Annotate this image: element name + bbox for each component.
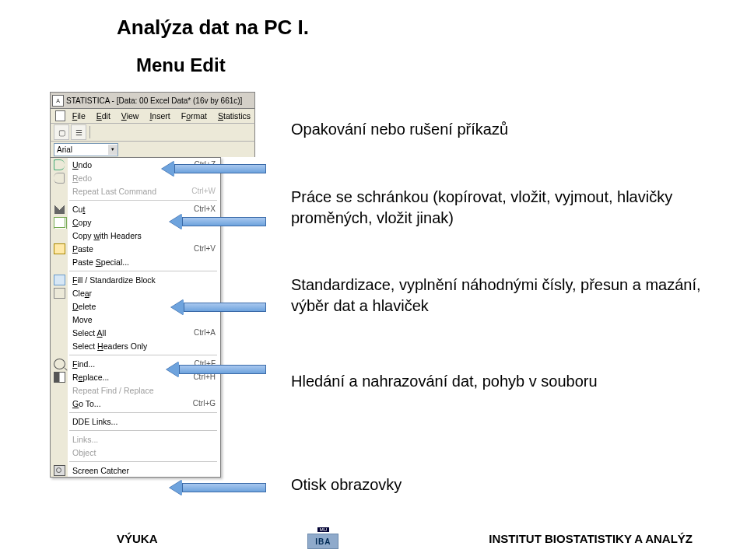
statistica-window: A STATISTICA - [Data: 00 Excel Data* (16… [50,92,255,478]
menu-item-move[interactable]: Move [51,313,220,326]
menu-item-fill-standardize-block[interactable]: Fill / Standardize Block [51,273,220,286]
redo-icon [51,171,68,184]
blank-icon [51,255,68,268]
menu-item-select-all[interactable]: Select AllCtrl+A [51,326,220,339]
menu-item-shortcut: Ctrl+A [194,328,216,337]
repl-icon [51,370,68,383]
annotation-undo-redo: Opakování nebo rušení příkazů [291,119,696,140]
cam-icon [51,464,68,477]
menu-item-shortcut: Ctrl+V [194,244,216,253]
menu-item-repeat-find-replace: Repeat Find / Replace [51,383,220,397]
annotation-find: Hledání a nahrazování dat, pohyb v soubo… [291,371,711,392]
slide-subtitle: Menu Edit [136,54,226,76]
menu-item-label: Cut [68,205,194,214]
blank-icon [51,397,68,410]
menu-item-links: Links... [51,432,220,446]
clear-icon [51,286,68,299]
blank-icon [51,432,68,446]
menu-item-label: Go To... [68,399,193,408]
menu-item-paste-special[interactable]: Paste Special... [51,255,220,268]
window-title: STATISTICA - [Data: 00 Excel Data* (16v … [66,96,242,105]
blank-icon [51,326,68,339]
menu-item-copy-with-headers[interactable]: Copy with Headers [51,229,220,242]
menu-item-repeat-last-command: Repeat Last CommandCtrl+W [51,184,220,198]
menu-item-label: Links... [68,435,216,444]
menu-edit[interactable]: Edit [93,110,114,121]
menu-item-screen-catcher[interactable]: Screen Catcher [51,464,220,477]
menu-item-select-headers-only[interactable]: Select Headers Only [51,339,220,352]
annotation-clipboard: Práce se schránkou (kopírovat, vložit, v… [291,187,696,229]
menu-item-label: Redo [68,173,216,183]
font-selector[interactable]: Arial ▾ [54,143,118,156]
annotation-standardize: Standardizace, vyplnění náhodnými čísly,… [291,275,727,317]
menu-item-shortcut: Ctrl+W [191,187,216,195]
tool-new-icon[interactable]: ▢ [54,124,69,140]
menu-format[interactable]: Format [177,110,211,121]
cut-icon [51,202,68,215]
app-icon: A [52,95,64,107]
arrow-1 [162,163,266,174]
menu-view[interactable]: View [117,110,143,121]
arrow-2 [170,216,266,227]
menu-item-cut[interactable]: CutCtrl+X [51,202,220,215]
menu-item-label: DDE Links... [68,417,216,426]
menu-statistics[interactable]: Statistics [214,110,254,121]
blank-icon [51,339,68,352]
menu-item-label: Select All [68,328,194,338]
blank-icon [51,299,68,313]
menu-item-label: Repeat Last Command [68,187,191,196]
menubar: File Edit View Insert Format Statistics [50,109,255,124]
slide-title: Analýza dat na PC I. [117,16,309,40]
menu-item-label: Move [68,315,216,324]
menu-item-label: Select Headers Only [68,341,216,351]
menu-item-go-to[interactable]: Go To...Ctrl+G [51,397,220,410]
font-selector-value: Arial [57,145,72,154]
blank-icon [51,415,68,428]
footer-logo: MU IBA [307,527,338,549]
blank-icon [51,446,68,459]
toolbar-separator [89,126,90,138]
footer-logo-mid: IBA [307,534,338,549]
arrow-4 [167,364,266,375]
blank-icon [51,313,68,326]
blank-icon [51,184,68,198]
menu-item-label: Object [68,448,216,457]
footer-right: INSTITUT BIOSTATISTIKY A ANALÝZ [489,532,693,545]
copy-icon [51,215,68,229]
menu-item-label: Fill / Standardize Block [68,275,216,285]
blank-icon [51,229,68,242]
undo-icon [51,158,68,171]
menu-item-label: Paste Special... [68,257,216,267]
doc-icon [55,110,65,121]
menu-file[interactable]: File [68,110,89,121]
footer: VÝUKA MU IBA INSTITUT BIOSTATISTIKY A AN… [0,527,747,549]
titlebar: A STATISTICA - [Data: 00 Excel Data* (16… [50,92,255,109]
footer-logo-top: MU [317,527,329,532]
menu-item-object: Object [51,446,220,459]
annotation-screen: Otisk obrazovky [291,474,696,495]
font-row: Arial ▾ [50,142,255,157]
menu-insert[interactable]: Insert [146,110,174,121]
arrow-5 [170,482,266,493]
toolbar: ▢ ☰ [50,124,255,142]
blank-icon [51,383,68,397]
menu-item-label: Clear [68,289,216,298]
chevron-down-icon[interactable]: ▾ [108,145,117,155]
fill-icon [51,273,68,286]
menu-item-dde-links[interactable]: DDE Links... [51,415,220,428]
menu-item-shortcut: Ctrl+G [193,399,216,408]
menu-item-shortcut: Ctrl+X [194,205,216,213]
menu-item-paste[interactable]: PasteCtrl+V [51,242,220,255]
menu-item-label: Repeat Find / Replace [68,386,216,395]
paste-icon [51,242,68,255]
menu-item-label: Screen Catcher [68,466,216,475]
menu-item-label: Copy with Headers [68,231,216,240]
find-icon [51,357,68,370]
edit-menu-dropdown: UndoCtrl+ZRedoRepeat Last CommandCtrl+WC… [50,157,221,478]
tool-open-icon[interactable]: ☰ [71,124,86,140]
menu-item-label: Paste [68,244,194,254]
arrow-3 [171,302,266,313]
menu-item-clear[interactable]: Clear [51,286,220,299]
footer-left: VÝUKA [117,532,158,545]
